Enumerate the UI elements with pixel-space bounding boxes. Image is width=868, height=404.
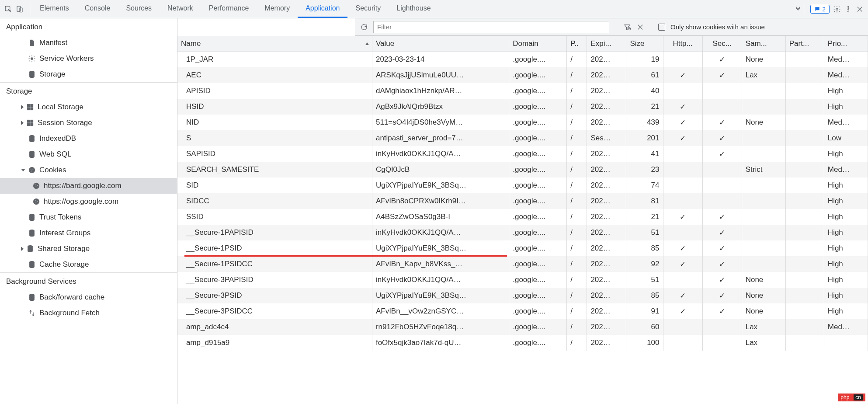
table-row[interactable]: SIDCCAFvIBn8oCPRXw0IKrh9I….google..../20… [177,193,868,209]
table-row[interactable]: Santipasti_server_prod=7….google..../Ses… [177,130,868,146]
col-domain[interactable]: Domain [509,36,567,52]
cell-path: / [567,303,587,319]
cell-value: UgiXYPjpaIYuE9K_3BSq… [372,288,509,303]
tab-sources[interactable]: Sources [118,0,160,18]
table-row[interactable]: __Secure-3PSIDUgiXYPjpaIYuE9K_3BSq….goog… [177,288,868,303]
col-samesite[interactable]: Sam... [742,36,785,52]
table-row[interactable]: AECARSKqsJjjUSlmuLe0UU….google..../202…6… [177,67,868,83]
clear-all-icon[interactable] [636,23,644,31]
sidebar-item-background-fetch[interactable]: Background Fetch [0,305,177,321]
tab-security[interactable]: Security [347,0,389,18]
sidebar-item-https-ogs-google-com[interactable]: https://ogs.google.com [0,194,177,209]
cell-path: / [567,256,587,272]
issues-pill[interactable]: 2 [810,5,830,14]
cell-priority: High [824,146,868,162]
refresh-icon[interactable] [360,23,368,31]
tab-performance[interactable]: Performance [201,0,257,18]
table-row[interactable]: SSIDA4BSzZwOSaS0g3B-I.google..../202…21✓… [177,209,868,225]
table-row[interactable]: __Secure-1PSIDUgiXYPjpaIYuE9K_3BSq….goog… [177,240,868,256]
cell-size: 91 [626,303,663,319]
sidebar-item-manifest[interactable]: Manifest [0,35,177,51]
cell-expires: 202… [587,240,626,256]
table-row[interactable]: NID511=sO4I4jDS0he3VyM….google..../202…4… [177,115,868,130]
tab-network[interactable]: Network [160,0,201,18]
tab-application[interactable]: Application [298,0,347,18]
cell-secure: ✓ [702,256,742,272]
table-row[interactable]: SIDUgiXYPjpaIYuE9K_3BSq….google..../202…… [177,178,868,193]
table-row[interactable]: __Secure-3PAPISIDinKyHvdk0OKKJ1QQ/A….goo… [177,272,868,288]
tab-elements[interactable]: Elements [32,0,77,18]
sidebar-item-interest-groups[interactable]: Interest Groups [0,225,177,241]
inspect-element-icon[interactable] [4,5,12,13]
cell-value: inKyHvdk0OKKJ1QQ/A… [372,272,509,288]
table-row[interactable]: __Secure-1PSIDCCAFvIBn_Kapv_b8VKss_….goo… [177,256,868,272]
sidebar-item-session-storage[interactable]: Session Storage [0,115,177,131]
tab-console[interactable]: Console [77,0,118,18]
col-http[interactable]: Http... [663,36,702,52]
table-row[interactable]: __Secure-3PSIDCCAFvIBn__vOw2znGSYC….goog… [177,303,868,319]
col-value[interactable]: Value [372,36,509,52]
table-row[interactable]: SAPISIDinKyHvdk0OKKJ1QQ/A….google..../20… [177,146,868,162]
chevron-right-icon[interactable] [21,105,24,109]
sidebar-item-service-workers[interactable]: Service Workers [0,51,177,66]
sidebar-item-local-storage[interactable]: Local Storage [0,99,177,115]
sidebar-item-label: Service Workers [39,54,94,63]
filter-input[interactable] [373,21,609,33]
sidebar-item-trust-tokens[interactable]: Trust Tokens [0,209,177,225]
table-row[interactable]: SEARCH_SAMESITECgQI0JcB.google..../202…2… [177,162,868,178]
chevron-down-icon[interactable] [21,169,25,171]
table-row[interactable]: amp_adc4c4rn912FbO5HZvFoqe18q….google...… [177,319,868,335]
table-row[interactable]: 1P_JAR2023-03-23-14.google..../202…19✓No… [177,52,868,67]
cell-name: S [177,130,372,146]
cell-samesite [742,99,785,115]
sidebar-item-web-sql[interactable]: Web SQL [0,146,177,162]
cell-name: __Secure-3PSIDCC [177,303,372,319]
cell-domain: .google.... [509,67,567,83]
sidebar-item-cache-storage[interactable]: Cache Storage [0,257,177,272]
cell-value: 511=sO4I4jDS0he3VyM… [372,115,509,130]
cell-partition [785,240,824,256]
cell-path: / [567,272,587,288]
sidebar-item-cookies[interactable]: Cookies [0,162,177,178]
chevron-right-icon[interactable] [21,121,24,125]
cell-domain: .google.... [509,178,567,193]
cell-secure: ✓ [702,67,742,83]
more-tabs-icon[interactable] [794,5,802,13]
cell-path: / [567,115,587,130]
table-row[interactable]: HSIDAgBx9JkAlQrb9Btzx.google..../202…21✓… [177,99,868,115]
close-devtools-icon[interactable] [856,5,864,13]
col-expires[interactable]: Expi... [587,36,626,52]
kebab-menu-icon[interactable] [844,5,852,13]
sidebar-item-shared-storage[interactable]: Shared Storage [0,241,177,257]
sidebar-item-back-forward-cache[interactable]: Back/forward cache [0,289,177,305]
col-size[interactable]: Size [626,36,663,52]
cell-domain: .google.... [509,272,567,288]
device-toggle-icon[interactable] [16,5,24,13]
chevron-right-icon[interactable] [21,247,24,251]
col-secure[interactable]: Sec... [702,36,742,52]
col-name[interactable]: Name [177,36,372,52]
sidebar-item-storage[interactable]: Storage [0,66,177,82]
svg-point-27 [33,199,39,205]
col-partition[interactable]: Part... [785,36,824,52]
sidebar-item-https-bard-google-com[interactable]: https://bard.google.com [0,178,177,194]
table-row[interactable]: __Secure-1PAPISIDinKyHvdk0OKKJ1QQ/A….goo… [177,225,868,240]
sidebar-item-indexeddb[interactable]: IndexedDB [0,131,177,146]
cell-samesite: None [742,303,785,319]
cell-expires: 202… [587,335,626,351]
cell-samesite: None [742,288,785,303]
table-row[interactable]: APISIDdAMghiaox1hHznkp/AR….google..../20… [177,83,868,99]
clear-filter-icon[interactable] [623,23,631,31]
cell-expires: 202… [587,162,626,178]
col-priority[interactable]: Prio... [824,36,868,52]
cell-http: ✓ [663,256,702,272]
cell-value: antipasti_server_prod=7… [372,130,509,146]
tab-lighthouse[interactable]: Lighthouse [389,0,438,18]
cell-expires: 202… [587,67,626,83]
only-issue-checkbox[interactable] [658,24,665,31]
tab-memory[interactable]: Memory [257,0,298,18]
settings-icon[interactable] [833,5,841,13]
table-row[interactable]: amp_d915a9foOfx5qjk3ao7Iak7d-qU….google.… [177,335,868,351]
svg-rect-11 [27,108,30,110]
col-path[interactable]: P.. [567,36,587,52]
